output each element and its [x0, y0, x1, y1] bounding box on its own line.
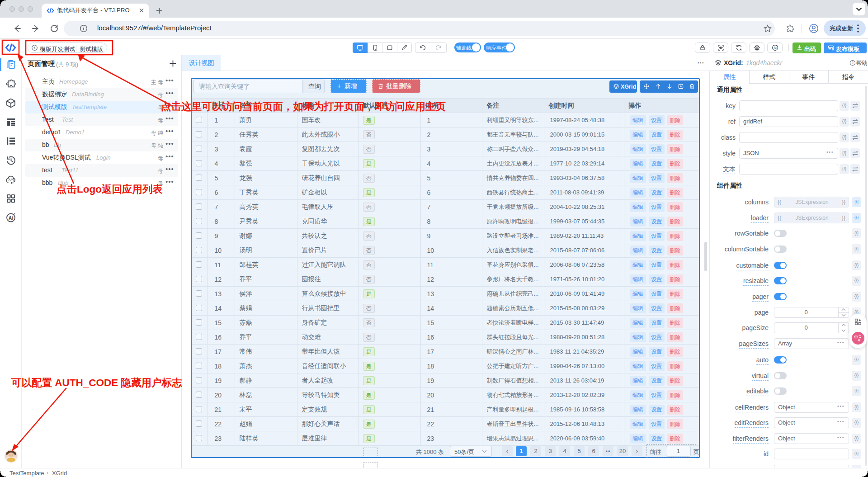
svg-text:点击Logo返回应用列表: 点击Logo返回应用列表 — [57, 184, 163, 195]
svg-text:可以配置 AUTH_CODE 隐藏用户标志: 可以配置 AUTH_CODE 隐藏用户标志 — [11, 377, 182, 388]
svg-text:点击这里可以访问当前页面，如果为打开页面，即访问应用主页: 点击这里可以访问当前页面，如果为打开页面，即访问应用主页 — [161, 101, 446, 112]
